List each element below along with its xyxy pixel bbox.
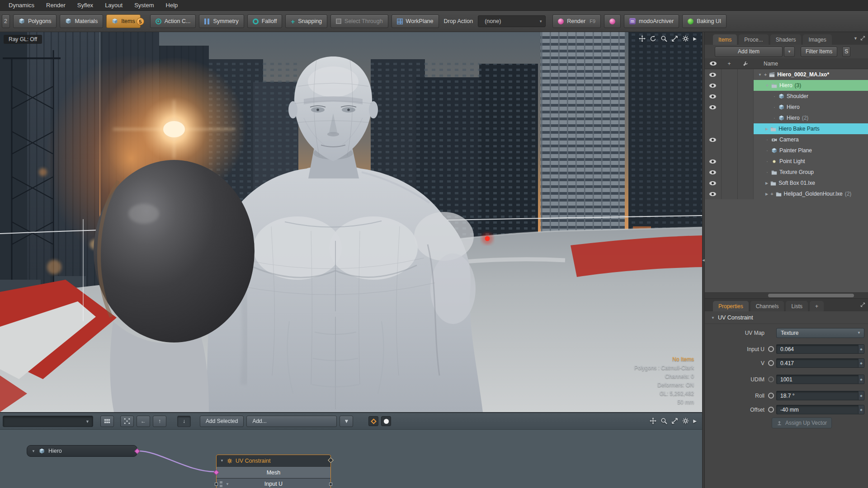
uv-constraint-section-header[interactable]: ▼ UV Constraint [705, 311, 868, 324]
viewport-options-gear-icon[interactable] [682, 35, 689, 42]
mini-slider-icon[interactable]: ◆ [858, 391, 864, 400]
tab-properties[interactable]: Properties [713, 301, 749, 311]
input-v-field[interactable]: 0.417 ◆ [776, 358, 864, 368]
polygons-mode-button[interactable]: Polygons [13, 14, 57, 28]
eye-icon[interactable] [709, 105, 716, 109]
move-view-icon[interactable] [650, 418, 656, 424]
hiero-node[interactable]: ▼ Hiero [27, 445, 137, 457]
table-row[interactable]: ▼ + Hiero_0002_MA.lxo* [705, 69, 868, 80]
plus-icon[interactable]: + [764, 72, 767, 77]
circle-connector-toggle[interactable] [381, 416, 391, 426]
menu-system[interactable]: System [128, 2, 160, 9]
input-u-field[interactable]: 0.064 ◆ [776, 344, 864, 354]
chevron-down-icon[interactable]: ▼ [854, 36, 858, 41]
expander-icon[interactable]: ▼ [758, 73, 762, 77]
symmetry-button[interactable]: Symmetry [199, 14, 244, 28]
eye-icon[interactable] [709, 181, 716, 185]
udim-field[interactable]: 1001 ◆ [776, 375, 864, 384]
drop-action-dropdown[interactable]: (none)▼ [478, 15, 546, 27]
eye-icon[interactable] [709, 138, 716, 142]
tab-procedural[interactable]: Proce... [739, 34, 768, 45]
eye-icon[interactable] [709, 73, 716, 77]
eye-icon[interactable] [709, 192, 716, 196]
table-row[interactable]: ▶ Soft Box 01.lxe [705, 178, 868, 188]
expander-icon[interactable]: ▶ [765, 181, 768, 185]
mini-slider-icon[interactable]: ◆ [858, 375, 864, 384]
tab-shaders[interactable]: Shaders [770, 34, 802, 45]
add-button[interactable]: Add... [246, 416, 337, 427]
uv-map-dropdown[interactable]: Texture ▼ [776, 328, 864, 338]
maximize-panel-icon[interactable] [860, 302, 865, 307]
diamond-connector-toggle[interactable] [368, 416, 378, 426]
table-row[interactable]: · Painter Plane [705, 145, 868, 156]
render-button[interactable]: RenderF9 [552, 14, 601, 28]
snapping-button[interactable]: +Snapping [285, 14, 327, 28]
table-row[interactable]: ▼ Hiero (3) [705, 80, 868, 91]
expander-icon[interactable]: ▼ [32, 449, 35, 453]
falloff-button[interactable]: Falloff [247, 14, 283, 28]
nav-left-button[interactable]: ← [137, 416, 150, 427]
channel-link-toggle[interactable] [768, 376, 774, 382]
select-through-button[interactable]: Select Through [330, 14, 388, 28]
menu-help[interactable]: Help [160, 2, 184, 9]
items-horizontal-scrollbar[interactable] [705, 292, 868, 298]
expander-icon[interactable]: ▼ [226, 482, 229, 486]
table-row[interactable]: · Texture Group [705, 167, 868, 178]
viewport-3d[interactable]: Ray GL: Off ▶ No Items Polygons : Catmul… [0, 32, 702, 412]
add-selected-button[interactable]: Add Selected [200, 416, 244, 427]
maximize-view-icon[interactable] [671, 35, 678, 42]
tab-items[interactable]: Items [713, 34, 737, 45]
mesh-input-row[interactable]: Mesh [217, 466, 330, 478]
eye-icon[interactable] [709, 160, 716, 164]
table-row[interactable]: · Hiero (2) [705, 113, 868, 123]
add-item-button[interactable]: Add Item [715, 47, 783, 57]
tab-add[interactable]: + [810, 301, 824, 311]
input-connector[interactable] [215, 483, 218, 486]
grid-view-button[interactable] [100, 416, 114, 427]
channel-link-toggle[interactable] [768, 407, 774, 413]
overflow-button[interactable]: 2 [2, 14, 10, 28]
channel-link-toggle[interactable] [768, 393, 774, 399]
add-item-dropdown-button[interactable]: ▼ [784, 47, 795, 57]
mini-slider-icon[interactable]: ◆ [858, 345, 864, 353]
table-row[interactable]: · Point Light [705, 156, 868, 167]
schematic-menu-arrow-icon[interactable]: ▶ [693, 418, 697, 423]
viewport-menu-arrow-icon[interactable]: ▶ [693, 36, 697, 41]
schematic-panel[interactable]: ▼ ← ↑ ↓ Add Selected Add... ▼ [0, 412, 702, 488]
action-center-button[interactable]: Action C... [150, 14, 196, 28]
offset-field[interactable]: -40 mm ◆ [776, 405, 864, 414]
roll-field[interactable]: 18.7 ° ◆ [776, 391, 864, 400]
materials-mode-button[interactable]: Materials [60, 14, 103, 28]
maximize-panel-icon[interactable] [860, 36, 865, 41]
zoom-view-icon[interactable] [660, 418, 667, 424]
table-row[interactable]: · Camera [705, 134, 868, 145]
tab-images[interactable]: Images [803, 34, 831, 45]
modo-archiver-button[interactable]: mmodoArchiver [624, 14, 679, 28]
expander-icon[interactable]: ▶ [765, 192, 768, 196]
nav-down-button[interactable]: ↓ [177, 416, 191, 427]
zoom-view-icon[interactable] [660, 35, 667, 42]
filter-overflow-button[interactable]: S [842, 47, 850, 57]
schematic-options-gear-icon[interactable] [682, 418, 689, 424]
filter-items-button[interactable]: Filter Items [801, 47, 837, 57]
schematic-preset-dropdown[interactable]: ▼ [3, 416, 93, 427]
channel-link-toggle[interactable] [768, 346, 774, 352]
plus-icon[interactable]: + [770, 191, 773, 197]
menu-layout[interactable]: Layout [99, 2, 128, 9]
tab-lists[interactable]: Lists [786, 301, 808, 311]
mini-slider-icon[interactable]: ◆ [858, 359, 864, 367]
uv-constraint-node[interactable]: ▼ UV Constraint Mesh ▼ Input U [216, 455, 331, 488]
table-row[interactable]: ▶ + Helipad_GoldenHour.lxe (2) [705, 188, 868, 199]
baking-ui-button[interactable]: Baking UI [682, 14, 726, 28]
assign-up-vector-button[interactable]: Assign Up Vector [772, 418, 832, 428]
nav-up-button[interactable]: ↑ [153, 416, 166, 427]
menu-dynamics[interactable]: Dynamics [3, 2, 40, 9]
input-u-row[interactable]: ▼ Input U [217, 478, 330, 488]
channel-link-toggle[interactable] [768, 360, 774, 366]
mini-slider-icon[interactable]: ◆ [858, 405, 864, 414]
items-mode-button[interactable]: Items5 [106, 14, 141, 28]
eye-icon[interactable] [709, 94, 716, 99]
eye-icon[interactable] [709, 84, 716, 88]
scrollbar-thumb[interactable] [768, 294, 854, 297]
menu-syflex[interactable]: Syflex [71, 2, 99, 9]
